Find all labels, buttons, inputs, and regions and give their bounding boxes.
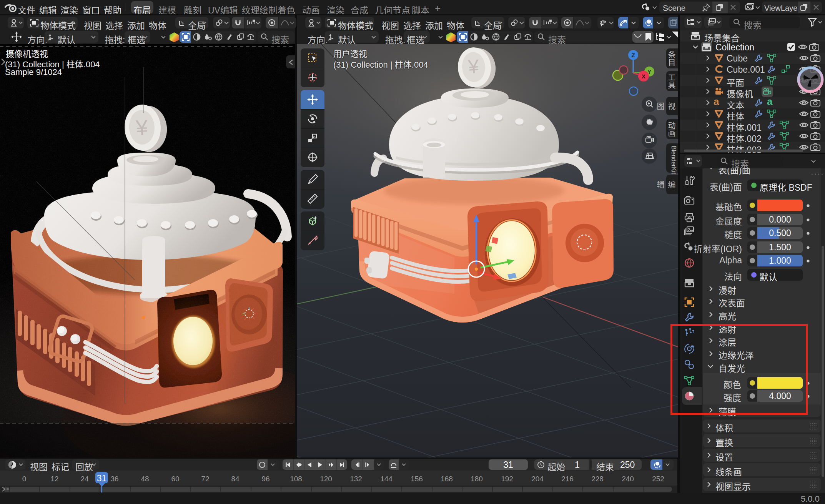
- svg-text:¥: ¥: [467, 55, 480, 78]
- svg-text:X: X: [642, 73, 645, 80]
- svg-text:Z: Z: [631, 52, 635, 58]
